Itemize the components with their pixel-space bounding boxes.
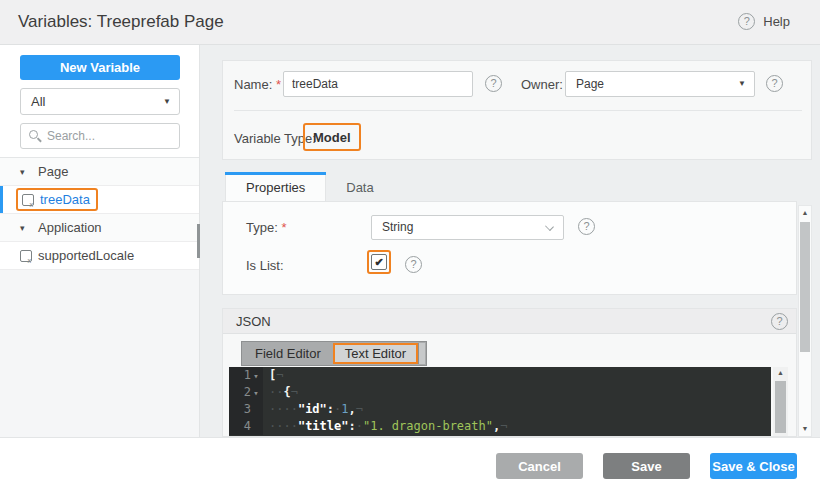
name-input[interactable] (283, 71, 473, 97)
type-select[interactable]: String (371, 215, 564, 240)
search-icon (29, 130, 38, 139)
json-help-icon[interactable]: ? (771, 313, 788, 330)
line-number-gutter: 2▾ (229, 384, 263, 401)
editor-scrollbar-thumb[interactable] (775, 381, 786, 433)
json-title: JSON (236, 314, 271, 329)
variable-type-value: Model (313, 130, 351, 145)
tab-properties[interactable]: Properties (225, 172, 326, 202)
owner-label: Owner: * (521, 77, 572, 92)
required-asterisk: * (276, 77, 281, 92)
code-line[interactable]: 2▾··{¬ (229, 384, 771, 401)
variable-filter-select[interactable]: All ▼ (20, 88, 180, 115)
new-variable-button[interactable]: New Variable (20, 55, 180, 80)
variable-form-panel: Name: * ? Owner: * Page ▼ ? Variable Typ… (222, 60, 812, 160)
save-button[interactable]: Save (603, 453, 690, 479)
code-text: ····"title":·"1. dragon-breath",¬ (263, 418, 507, 435)
field-editor-button[interactable]: Field Editor (243, 343, 333, 364)
line-number-gutter: 1▾ (229, 367, 263, 384)
dialog-footer: Cancel Save Save & Close (0, 437, 820, 490)
json-panel: JSON ? Field Editor Text Editor 1▾[¬2▾··… (222, 308, 797, 437)
save-and-close-button[interactable]: Save & Close (710, 453, 797, 479)
json-code-editor[interactable]: 1▾[¬2▾··{¬3····"id":·1,¬4····"title":·"1… (229, 367, 771, 437)
annotation-highlight-box: Model (303, 123, 361, 151)
sidebar-group-page[interactable]: ▾ Page (0, 158, 199, 186)
triangle-down-icon[interactable]: ▾ (20, 167, 32, 177)
tab-label: Data (346, 180, 373, 195)
scroll-up-icon[interactable]: ▲ (773, 367, 788, 379)
triangle-down-icon[interactable]: ▾ (20, 223, 32, 233)
fold-toggle-icon[interactable]: ▾ (251, 385, 261, 402)
page-title: Variables: Treeprefab Page (18, 12, 224, 32)
scroll-up-icon[interactable]: ▲ (799, 207, 811, 219)
code-line[interactable]: 3····"id":·1,¬ (229, 401, 771, 418)
scroll-down-icon[interactable]: ▼ (799, 423, 811, 435)
line-number-gutter: 3 (229, 401, 263, 418)
owner-help-icon[interactable]: ? (766, 75, 783, 92)
search-input[interactable] (47, 124, 177, 148)
dialog-header: Variables: Treeprefab Page ? Help (0, 0, 820, 45)
caret-down-icon: ▼ (738, 72, 746, 96)
is-list-label: Is List: (246, 258, 284, 273)
editor-mode-toggle: Field Editor Text Editor (241, 341, 427, 366)
variable-icon (20, 250, 32, 262)
main-content: Name: * ? Owner: * Page ▼ ? Variable Typ… (200, 45, 820, 437)
name-help-icon[interactable]: ? (485, 75, 502, 92)
sidebar-item-supportedlocale[interactable]: supportedLocale (0, 242, 199, 270)
tab-bar: Properties Data (225, 172, 394, 202)
toggle-end-strip (418, 343, 425, 364)
owner-value: Page (576, 77, 604, 91)
variable-filter-value: All (31, 94, 45, 109)
group-label: Application (38, 220, 102, 235)
help-icon[interactable]: ? (738, 13, 755, 30)
search-box (20, 123, 180, 149)
sidebar-item-treedata[interactable]: treeData (0, 186, 199, 214)
variable-icon (22, 194, 34, 206)
code-line[interactable]: 1▾[¬ (229, 367, 771, 384)
line-number-gutter: 4 (229, 418, 263, 435)
properties-panel: Type: * String ? Is List: ✔ ? (222, 201, 797, 295)
text-editor-button[interactable]: Text Editor (333, 343, 418, 364)
json-panel-header: JSON ? (223, 309, 796, 334)
variable-item-label: supportedLocale (38, 248, 134, 263)
code-text: [¬ (263, 367, 283, 384)
fold-toggle-icon[interactable]: ▾ (251, 368, 261, 385)
is-list-checkbox[interactable]: ✔ (371, 254, 387, 270)
tab-data[interactable]: Data (326, 172, 393, 202)
name-label: Name: * (234, 77, 281, 92)
selected-indicator (0, 186, 3, 213)
caret-down-icon: ▼ (163, 89, 171, 114)
annotation-highlight-box: ✔ (367, 250, 391, 274)
type-value: String (382, 220, 413, 234)
divider (234, 110, 802, 111)
main-scrollbar-thumb[interactable] (800, 222, 810, 352)
type-label: Type: * (246, 220, 286, 235)
tab-label: Properties (246, 180, 305, 195)
sidebar-group-application[interactable]: ▾ Application (0, 214, 199, 242)
help-label[interactable]: Help (763, 14, 790, 29)
variables-dialog: Variables: Treeprefab Page ? Help New Va… (0, 0, 820, 490)
required-asterisk: * (281, 220, 286, 235)
help-link[interactable]: ? Help (738, 13, 790, 30)
type-help-icon[interactable]: ? (578, 218, 595, 235)
variables-sidebar: New Variable All ▼ ▾ Page treeData ▾ App… (0, 45, 200, 437)
chevron-down-icon (545, 222, 554, 231)
main-scrollbar[interactable]: ▲ ▼ (798, 205, 812, 437)
annotation-highlight-box: treeData (16, 188, 98, 211)
sidebar-controls: New Variable All ▼ (0, 45, 199, 158)
variable-item-label: treeData (40, 192, 90, 207)
group-label: Page (38, 164, 68, 179)
code-line[interactable]: 4····"title":·"1. dragon-breath",¬ (229, 418, 771, 435)
is-list-help-icon[interactable]: ? (405, 256, 422, 273)
code-text: ····"id":·1,¬ (263, 401, 363, 418)
code-text: ··{¬ (263, 384, 298, 401)
cancel-button[interactable]: Cancel (496, 453, 583, 479)
editor-scrollbar[interactable]: ▲ (773, 367, 788, 437)
owner-select[interactable]: Page ▼ (565, 71, 755, 97)
